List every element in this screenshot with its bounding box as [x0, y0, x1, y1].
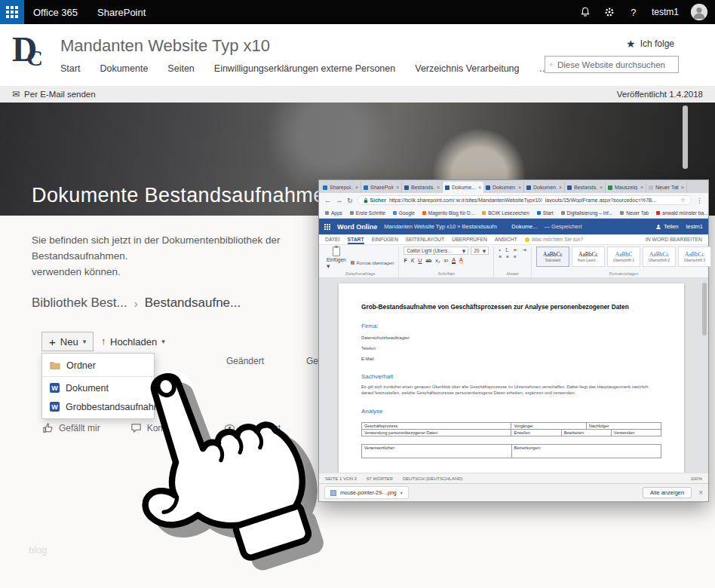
bookmark-google[interactable]: Google [393, 210, 415, 216]
ribbon-tab-ueberpruefen[interactable]: ÜBERPRÜFEN [452, 234, 487, 244]
style-ueberschrift-2[interactable]: AaBbCcÜberschrift 2 [643, 247, 676, 267]
underline-button[interactable]: U [418, 258, 422, 263]
nav-seiten[interactable]: Seiten [167, 63, 194, 74]
reload-icon[interactable]: ↻ [347, 197, 353, 204]
bookmark-erste-schritte[interactable]: Erste Schritte [350, 210, 385, 216]
browser-tab[interactable]: Dokumen...× [524, 182, 565, 193]
ribbon-tab-ansicht[interactable]: ANSICHT [495, 234, 517, 244]
align-right-button[interactable]: ≡ [514, 254, 517, 259]
browser-tab[interactable]: Bestands...× [565, 182, 606, 193]
new-button[interactable]: + Neu ▾ [41, 332, 94, 351]
bookmark-neuer-tab[interactable]: Neuer Tab [620, 210, 649, 216]
sharepoint-label[interactable]: SharePoint [97, 7, 146, 18]
ribbon-tab-start[interactable]: START [348, 234, 364, 244]
indent-button[interactable]: ⇥ [523, 247, 526, 253]
column-header-modified[interactable]: Geändert [226, 356, 264, 366]
style-ueberschrift-1[interactable]: AaBbCÜberschrift 1 [607, 247, 640, 267]
close-icon[interactable]: × [698, 488, 703, 497]
tab-close-icon[interactable]: × [437, 185, 440, 190]
status-word-count[interactable]: 67 WÖRTER [367, 476, 393, 481]
document-scrollbar[interactable] [702, 283, 707, 335]
bookmark-apps[interactable]: Apps [325, 210, 342, 216]
app-launcher-icon[interactable] [324, 224, 330, 230]
browser-tab[interactable]: Dokumen...× [483, 182, 524, 193]
italic-button[interactable]: K [411, 258, 415, 263]
forward-icon[interactable]: → [336, 197, 342, 204]
menu-item-ordner[interactable]: Ordner [42, 356, 154, 375]
browser-tab[interactable]: Neuer Tab× [646, 182, 687, 193]
browser-tab[interactable]: SharePoint× [361, 182, 402, 193]
browser-tab-active[interactable]: Dokume...× [443, 182, 483, 193]
follow-button[interactable]: ★ Ich folge [626, 38, 674, 50]
menu-item-grobbestandsaufnahme[interactable]: W Grobbestandsaufnahme-v1 [42, 397, 154, 416]
share-button[interactable]: Teilen [655, 223, 679, 230]
tab-close-icon[interactable]: × [559, 185, 562, 190]
browser-tab[interactable]: Mauszeig...× [606, 182, 646, 193]
like-button[interactable]: Gefällt mir [42, 422, 100, 433]
strikethrough-button[interactable]: ab [425, 258, 431, 263]
tab-close-icon[interactable]: × [600, 185, 603, 190]
suite-user-name[interactable]: testm1 [652, 7, 679, 17]
avatar[interactable] [691, 4, 707, 20]
browser-tab[interactable]: Sharepoi...× [321, 182, 361, 193]
tell-me-box[interactable]: Was möchten Sie tun? [525, 237, 583, 242]
search-input[interactable] [557, 60, 674, 69]
edit-in-word-button[interactable]: IN WORD BEARBEITEN [646, 237, 702, 242]
tab-close-icon[interactable]: × [396, 185, 399, 190]
tab-close-icon[interactable]: × [681, 185, 684, 190]
zoom-level[interactable]: 100% [691, 476, 702, 481]
style-standard[interactable]: AaBbCcStandard [536, 247, 569, 267]
outdent-button[interactable]: ⇤ [514, 247, 517, 253]
tab-close-icon[interactable]: × [355, 185, 358, 190]
office-365-brand[interactable]: Office 365 [33, 7, 78, 18]
nav-verzeichnis-verarbeitung[interactable]: Verzeichnis Verarbeitung [415, 63, 519, 74]
nav-einwilligungserklaerungen[interactable]: Einwilligungserklärungen externe Persone… [214, 63, 395, 74]
bold-button[interactable]: F [404, 258, 407, 263]
superscript-button[interactable]: x² [443, 258, 448, 263]
upload-button[interactable]: ↑ Hochladen ▾ [97, 332, 170, 351]
ribbon-tab-einfuegen[interactable]: EINFÜGEN [372, 234, 398, 244]
tab-close-icon[interactable]: × [640, 185, 643, 190]
style-ueberschrift-3[interactable]: AaBbCcÜberschrift 3 [678, 247, 711, 267]
paste-button[interactable]: Einfügen ▾ [327, 247, 346, 270]
bookmark-anwald[interactable]: anwald münster ba... [656, 210, 707, 216]
bookmark-star-icon[interactable]: ☆ [680, 197, 686, 204]
bookmark-bciik[interactable]: BCiiK Lesezeichen [482, 210, 529, 216]
comment-button[interactable]: Kommentar [130, 422, 194, 433]
send-email-button[interactable]: ✉ Per E-Mail senden [12, 89, 96, 100]
status-page-count[interactable]: SEITE 1 VON 2 [325, 476, 357, 481]
align-center-button[interactable]: ≡ [506, 254, 509, 259]
word-page[interactable]: Grob-Bestandsaufnahme von Geschäftsproze… [339, 283, 684, 473]
show-all-downloads-button[interactable]: Alle anzeigen [643, 487, 692, 498]
site-logo[interactable]: D C [12, 30, 43, 71]
subscript-button[interactable]: x₂ [435, 258, 440, 263]
tab-close-icon[interactable]: × [478, 185, 481, 190]
nav-start[interactable]: Start [60, 63, 80, 74]
nav-dokumente[interactable]: Dokumente [100, 63, 148, 74]
align-left-button[interactable]: ≡ [499, 254, 502, 259]
help-icon[interactable]: ? [628, 6, 640, 18]
ribbon-tab-seitenlayout[interactable]: SEITENLAYOUT [406, 234, 444, 244]
back-icon[interactable]: ← [324, 197, 331, 204]
status-language[interactable]: DEUTSCH (DEUTSCHLAND) [403, 476, 463, 481]
gear-icon[interactable] [603, 6, 615, 18]
word-online-label[interactable]: Word Online [337, 223, 377, 231]
ribbon-tab-datei[interactable]: DATEI [325, 234, 340, 244]
word-user-name[interactable]: testm1 [686, 223, 703, 230]
font-color-button[interactable]: A [459, 257, 463, 264]
style-kein-leerzeichen[interactable]: AaBbCcKein Leerz... [572, 247, 605, 267]
browser-menu-icon[interactable]: ⋮ [696, 197, 703, 204]
numbered-list-button[interactable]: 1. [505, 247, 509, 253]
app-launcher-icon[interactable] [0, 0, 24, 24]
bell-icon[interactable] [579, 6, 591, 18]
menu-item-dokument[interactable]: W Dokument [42, 378, 154, 397]
breadcrumb-folder[interactable]: Bestandsaufne... [145, 296, 241, 311]
browser-tab[interactable]: Bestands...× [402, 182, 443, 193]
format-painter-button[interactable]: Format übertragen [351, 256, 394, 270]
word-doc-name[interactable]: Dokume... [511, 223, 537, 230]
highlight-button[interactable]: A [452, 257, 456, 264]
bookmark-digitalisierung[interactable]: Digitalisierung – Inf... [561, 210, 613, 216]
url-box[interactable]: Sicher https://bciik.sharepoint.com/:w:/… [358, 195, 692, 205]
breadcrumb-library[interactable]: Bibliothek Best... [32, 296, 127, 311]
font-size-select[interactable]: 20▾ [471, 247, 489, 255]
